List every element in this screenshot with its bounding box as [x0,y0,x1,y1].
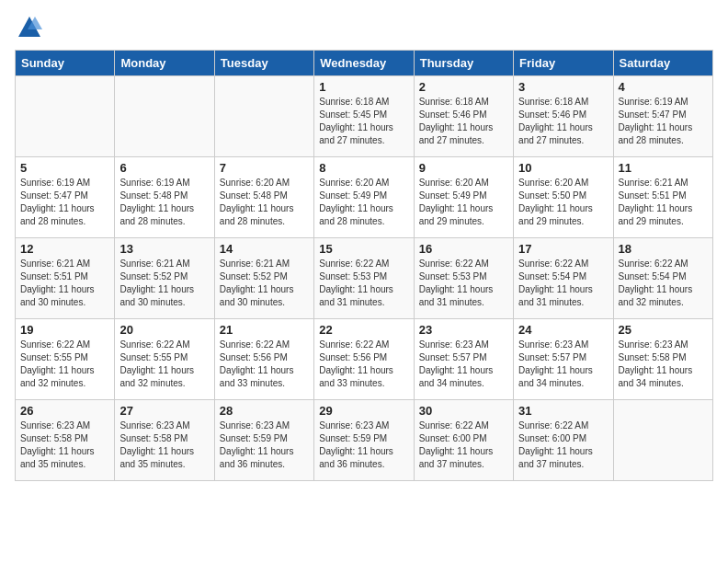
day-info: Sunrise: 6:23 AM Sunset: 5:58 PM Dayligh… [119,419,209,471]
day-number: 4 [619,80,708,94]
calendar-cell: 5Sunrise: 6:19 AM Sunset: 5:47 PM Daylig… [16,157,115,238]
calendar-cell: 10Sunrise: 6:20 AM Sunset: 5:50 PM Dayli… [514,157,613,238]
day-info: Sunrise: 6:21 AM Sunset: 5:52 PM Dayligh… [220,258,309,309]
day-number: 22 [319,323,408,337]
page-header [15,15,713,40]
day-info: Sunrise: 6:18 AM Sunset: 5:45 PM Dayligh… [319,96,408,147]
day-info: Sunrise: 6:19 AM Sunset: 5:47 PM Dayligh… [20,177,109,228]
day-number: 25 [619,323,708,337]
calendar-table: SundayMondayTuesdayWednesdayThursdayFrid… [15,50,713,481]
day-number: 1 [319,80,408,94]
day-info: Sunrise: 6:21 AM Sunset: 5:52 PM Dayligh… [119,258,209,309]
calendar-cell: 20Sunrise: 6:22 AM Sunset: 5:55 PM Dayli… [115,319,214,400]
day-info: Sunrise: 6:22 AM Sunset: 5:56 PM Dayligh… [220,339,309,390]
day-number: 3 [518,80,608,94]
day-number: 26 [20,404,109,418]
day-info: Sunrise: 6:23 AM Sunset: 5:57 PM Dayligh… [419,339,508,390]
day-header-saturday: Saturday [613,51,712,76]
day-number: 7 [220,161,309,175]
day-info: Sunrise: 6:22 AM Sunset: 5:53 PM Dayligh… [319,258,408,309]
calendar-cell [613,400,712,481]
day-info: Sunrise: 6:19 AM Sunset: 5:48 PM Dayligh… [119,177,209,228]
day-info: Sunrise: 6:23 AM Sunset: 5:59 PM Dayligh… [220,419,309,471]
day-number: 19 [20,323,109,337]
day-info: Sunrise: 6:18 AM Sunset: 5:46 PM Dayligh… [518,96,608,147]
day-header-tuesday: Tuesday [214,51,313,76]
calendar-cell: 31Sunrise: 6:22 AM Sunset: 6:00 PM Dayli… [514,400,613,481]
day-info: Sunrise: 6:21 AM Sunset: 5:51 PM Dayligh… [20,258,109,309]
day-number: 6 [119,161,209,175]
day-header-sunday: Sunday [16,51,115,76]
day-header-friday: Friday [514,51,613,76]
day-info: Sunrise: 6:23 AM Sunset: 5:58 PM Dayligh… [20,419,109,471]
day-info: Sunrise: 6:21 AM Sunset: 5:51 PM Dayligh… [619,177,708,228]
day-info: Sunrise: 6:20 AM Sunset: 5:49 PM Dayligh… [419,177,508,228]
day-header-thursday: Thursday [414,51,513,76]
day-number: 8 [319,161,408,175]
calendar-cell [214,76,313,157]
calendar-cell: 17Sunrise: 6:22 AM Sunset: 5:54 PM Dayli… [514,238,613,319]
day-info: Sunrise: 6:22 AM Sunset: 5:53 PM Dayligh… [419,258,508,309]
day-info: Sunrise: 6:22 AM Sunset: 6:00 PM Dayligh… [419,419,508,471]
week-row-3: 12Sunrise: 6:21 AM Sunset: 5:51 PM Dayli… [16,238,713,319]
day-info: Sunrise: 6:22 AM Sunset: 5:55 PM Dayligh… [119,339,209,390]
day-number: 16 [419,242,508,256]
day-number: 30 [419,404,508,418]
calendar-cell [115,76,214,157]
calendar-cell: 26Sunrise: 6:23 AM Sunset: 5:58 PM Dayli… [16,400,115,481]
day-header-wednesday: Wednesday [314,51,414,76]
day-number: 10 [518,161,608,175]
day-number: 29 [319,404,408,418]
calendar-cell: 16Sunrise: 6:22 AM Sunset: 5:53 PM Dayli… [414,238,513,319]
day-number: 13 [119,242,209,256]
day-number: 2 [419,80,508,94]
day-info: Sunrise: 6:22 AM Sunset: 5:54 PM Dayligh… [518,258,608,309]
calendar-cell: 28Sunrise: 6:23 AM Sunset: 5:59 PM Dayli… [214,400,313,481]
calendar-cell: 15Sunrise: 6:22 AM Sunset: 5:53 PM Dayli… [314,238,414,319]
calendar-cell: 1Sunrise: 6:18 AM Sunset: 5:45 PM Daylig… [314,76,414,157]
calendar-cell: 2Sunrise: 6:18 AM Sunset: 5:46 PM Daylig… [414,76,513,157]
day-number: 18 [619,242,708,256]
week-row-5: 26Sunrise: 6:23 AM Sunset: 5:58 PM Dayli… [16,400,713,481]
day-number: 23 [419,323,508,337]
calendar-cell: 25Sunrise: 6:23 AM Sunset: 5:58 PM Dayli… [613,319,712,400]
day-number: 31 [518,404,608,418]
week-row-4: 19Sunrise: 6:22 AM Sunset: 5:55 PM Dayli… [16,319,713,400]
day-info: Sunrise: 6:20 AM Sunset: 5:50 PM Dayligh… [518,177,608,228]
day-number: 20 [119,323,209,337]
day-number: 15 [319,242,408,256]
day-number: 21 [220,323,309,337]
day-number: 17 [518,242,608,256]
day-info: Sunrise: 6:19 AM Sunset: 5:47 PM Dayligh… [619,96,708,147]
day-number: 9 [419,161,508,175]
days-header-row: SundayMondayTuesdayWednesdayThursdayFrid… [16,51,713,76]
calendar-cell: 22Sunrise: 6:22 AM Sunset: 5:56 PM Dayli… [314,319,414,400]
day-info: Sunrise: 6:23 AM Sunset: 5:58 PM Dayligh… [619,339,708,390]
calendar-cell [16,76,115,157]
calendar-cell: 23Sunrise: 6:23 AM Sunset: 5:57 PM Dayli… [414,319,513,400]
logo-text [15,15,42,40]
calendar-cell: 9Sunrise: 6:20 AM Sunset: 5:49 PM Daylig… [414,157,513,238]
day-info: Sunrise: 6:22 AM Sunset: 5:55 PM Dayligh… [20,339,109,390]
calendar-cell: 27Sunrise: 6:23 AM Sunset: 5:58 PM Dayli… [115,400,214,481]
day-number: 27 [119,404,209,418]
calendar-cell: 4Sunrise: 6:19 AM Sunset: 5:47 PM Daylig… [613,76,712,157]
calendar-cell: 12Sunrise: 6:21 AM Sunset: 5:51 PM Dayli… [16,238,115,319]
calendar-cell: 21Sunrise: 6:22 AM Sunset: 5:56 PM Dayli… [214,319,313,400]
day-number: 24 [518,323,608,337]
day-number: 28 [220,404,309,418]
logo-line1 [15,15,42,40]
calendar-cell: 18Sunrise: 6:22 AM Sunset: 5:54 PM Dayli… [613,238,712,319]
calendar-cell: 13Sunrise: 6:21 AM Sunset: 5:52 PM Dayli… [115,238,214,319]
calendar-cell: 8Sunrise: 6:20 AM Sunset: 5:49 PM Daylig… [314,157,414,238]
calendar-cell: 7Sunrise: 6:20 AM Sunset: 5:48 PM Daylig… [214,157,313,238]
day-info: Sunrise: 6:22 AM Sunset: 6:00 PM Dayligh… [518,419,608,471]
week-row-1: 1Sunrise: 6:18 AM Sunset: 5:45 PM Daylig… [16,76,713,157]
day-number: 5 [20,161,109,175]
logo-icon [17,15,42,40]
calendar-cell: 14Sunrise: 6:21 AM Sunset: 5:52 PM Dayli… [214,238,313,319]
day-info: Sunrise: 6:18 AM Sunset: 5:46 PM Dayligh… [419,96,508,147]
calendar-cell: 3Sunrise: 6:18 AM Sunset: 5:46 PM Daylig… [514,76,613,157]
day-info: Sunrise: 6:20 AM Sunset: 5:48 PM Dayligh… [220,177,309,228]
day-info: Sunrise: 6:20 AM Sunset: 5:49 PM Dayligh… [319,177,408,228]
